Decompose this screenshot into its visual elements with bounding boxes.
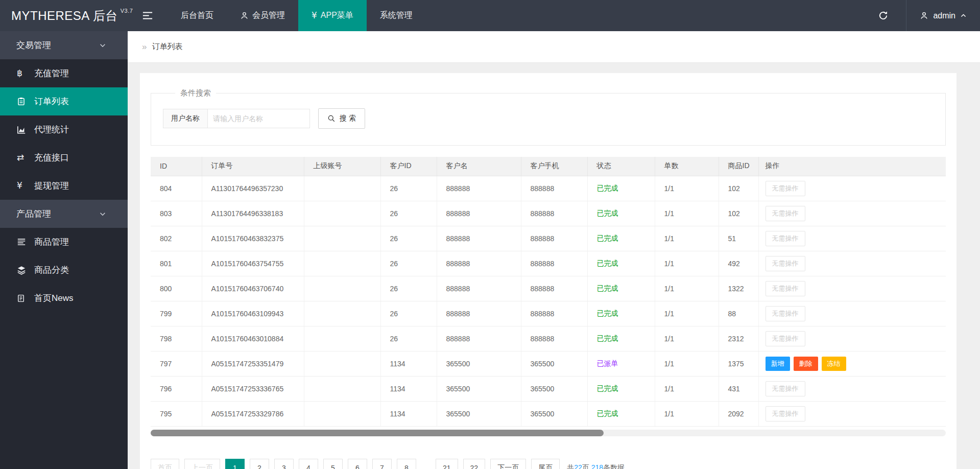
- list-lines-icon: [17, 238, 30, 247]
- status-badge: 已完成: [597, 259, 618, 267]
- cell-product-id: 51: [719, 226, 758, 251]
- sidebar-item-withdraw-management[interactable]: ¥提现管理: [0, 172, 128, 200]
- action-button-add[interactable]: 新增: [766, 357, 790, 371]
- cell-parent-account: [304, 326, 380, 351]
- sidebar-item-recharge-management[interactable]: ฿充值管理: [0, 59, 128, 87]
- username-field-label: 用户名称: [163, 109, 208, 128]
- cell-customer-phone: 888888: [521, 326, 587, 351]
- cell-customer-id: 26: [380, 176, 437, 201]
- status-badge: 已完成: [597, 309, 618, 317]
- status-badge: 已完成: [597, 284, 618, 292]
- sidebar-item-order-list[interactable]: 订单列表: [0, 87, 128, 115]
- column-header-7: 单数: [655, 157, 719, 176]
- cell-count: 1/1: [655, 301, 719, 326]
- nav-item-members[interactable]: 会员管理: [227, 0, 298, 31]
- sidebar-item-agent-stats[interactable]: 代理统计: [0, 115, 128, 144]
- column-header-5: 客户手机: [521, 157, 587, 176]
- search-panel: 条件搜索 用户名称 搜 索: [151, 88, 946, 146]
- cell-count: 1/1: [655, 176, 719, 201]
- page-button-2[interactable]: 2: [250, 459, 269, 469]
- sidebar-item-goods-management[interactable]: 商品管理: [0, 228, 128, 256]
- order-list-icon: [17, 97, 30, 106]
- username-input[interactable]: [208, 109, 310, 128]
- nav-item-app-menu[interactable]: ¥APP菜单: [298, 0, 367, 31]
- cell-customer-name: 365500: [437, 351, 521, 376]
- page-button-5[interactable]: 5: [323, 459, 343, 469]
- refresh-icon: [878, 10, 889, 21]
- cell-customer-phone: 365500: [521, 401, 587, 426]
- cell-status: 已完成: [587, 251, 655, 276]
- cell-customer-phone: 888888: [521, 201, 587, 226]
- page-button-3[interactable]: 3: [274, 459, 294, 469]
- table-row: 803A1130176449633818326888888888888已完成1/…: [151, 201, 946, 226]
- cell-actions: 新增删除冻结: [758, 351, 946, 376]
- cell-count: 1/1: [655, 201, 719, 226]
- sidebar-toggle-button[interactable]: [128, 0, 168, 31]
- cell-customer-id: 1134: [380, 376, 437, 401]
- cell-customer-id: 1134: [380, 401, 437, 426]
- cell-actions: 无需操作: [758, 401, 946, 426]
- user-icon: [240, 11, 249, 20]
- cell-customer-phone: 888888: [521, 226, 587, 251]
- table-row: 800A1015176046370674026888888888888已完成1/…: [151, 276, 946, 301]
- cell-actions: 无需操作: [758, 251, 946, 276]
- page-button-7[interactable]: 7: [372, 459, 392, 469]
- cell-product-id: 1322: [719, 276, 758, 301]
- sidebar-item-trade-management[interactable]: 交易管理: [0, 31, 128, 59]
- yen-icon: ¥: [17, 181, 30, 190]
- cell-customer-phone: 888888: [521, 176, 587, 201]
- refresh-button[interactable]: [861, 0, 906, 31]
- cell-order-no: A10151760463832375: [202, 226, 304, 251]
- cell-status: 已完成: [587, 201, 655, 226]
- action-button-freeze[interactable]: 冻结: [822, 357, 846, 371]
- cell-actions: 无需操作: [758, 176, 946, 201]
- sidebar-item-label: 代理统计: [34, 124, 69, 135]
- breadcrumb: » 订单列表: [128, 31, 980, 63]
- cell-product-id: 88: [719, 301, 758, 326]
- sidebar-item-product-management[interactable]: 产品管理: [0, 200, 128, 228]
- page-button-last[interactable]: 尾页: [531, 459, 560, 469]
- page-button-4[interactable]: 4: [299, 459, 318, 469]
- sidebar-item-label: 提现管理: [34, 180, 69, 192]
- cell-status: 已完成: [587, 176, 655, 201]
- search-button[interactable]: 搜 索: [318, 108, 365, 129]
- status-badge: 已完成: [597, 409, 618, 417]
- page-button-22[interactable]: 22: [463, 459, 486, 469]
- nav-item-system[interactable]: 系统管理: [367, 0, 426, 31]
- noop-button: 无需操作: [766, 206, 805, 221]
- sidebar-item-goods-category[interactable]: 商品分类: [0, 256, 128, 284]
- page-button-21[interactable]: 21: [436, 459, 458, 469]
- cell-order-no: A10151760463754755: [202, 251, 304, 276]
- cell-product-id: 1375: [719, 351, 758, 376]
- cell-status: 已完成: [587, 276, 655, 301]
- noop-button: 无需操作: [766, 406, 805, 421]
- cell-order-no: A10151760463109943: [202, 301, 304, 326]
- sidebar-item-home-news[interactable]: 首页News: [0, 284, 128, 312]
- nav-item-home[interactable]: 后台首页: [168, 0, 227, 31]
- table-header-row: ID订单号上级账号客户ID客户名客户手机状态单数商品ID操作: [151, 157, 946, 176]
- column-header-0: ID: [151, 157, 202, 176]
- page-button-8[interactable]: 8: [397, 459, 416, 469]
- noop-button: 无需操作: [766, 256, 805, 271]
- cell-actions: 无需操作: [758, 301, 946, 326]
- sidebar-item-recharge-api[interactable]: ⇄充值接口: [0, 144, 128, 172]
- page-button-next[interactable]: 下一页: [490, 459, 526, 469]
- scrollbar-thumb[interactable]: [151, 430, 604, 436]
- noop-button: 无需操作: [766, 181, 805, 196]
- layers-icon: [17, 266, 30, 275]
- cell-actions: 无需操作: [758, 226, 946, 251]
- user-menu[interactable]: admin: [906, 0, 980, 31]
- horizontal-scrollbar[interactable]: [151, 430, 946, 436]
- sidebar-item-label: 订单列表: [34, 96, 69, 107]
- cell-customer-phone: 365500: [521, 376, 587, 401]
- cell-customer-phone: 365500: [521, 351, 587, 376]
- column-header-9: 操作: [758, 157, 946, 176]
- header-right: admin: [861, 0, 980, 31]
- cell-customer-name: 888888: [437, 201, 521, 226]
- status-badge: 已完成: [597, 384, 618, 392]
- column-header-8: 商品ID: [719, 157, 758, 176]
- cell-count: 1/1: [655, 276, 719, 301]
- action-button-delete[interactable]: 删除: [794, 357, 818, 371]
- page-button-6[interactable]: 6: [348, 459, 367, 469]
- cell-customer-name: 888888: [437, 276, 521, 301]
